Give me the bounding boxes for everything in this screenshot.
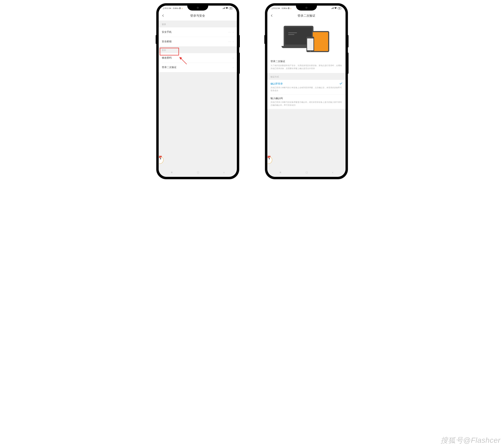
side-button <box>239 53 240 74</box>
back-button[interactable] <box>267 14 276 18</box>
side-button <box>348 35 348 47</box>
content: 登录二次验证 为了保护您的数据和资产安全，当系统发现您在新设备、新地点进行登录时… <box>267 20 345 168</box>
option-title: 输入确认码 <box>270 97 342 100</box>
chevron-right-icon: › <box>233 31 234 34</box>
header: 登录与安全 <box>159 11 237 20</box>
screen: 上午11:54 | 0.0K/s ↓ ⧖ 85 登录二次验证 <box>267 6 345 177</box>
devices-illustration <box>267 20 345 57</box>
battery-level: 85 <box>229 7 233 9</box>
signal-icon <box>331 7 334 9</box>
item-value: ····· <box>228 40 231 43</box>
mascot-peek <box>268 156 273 165</box>
check-icon <box>340 82 342 85</box>
page-title: 登录二次验证 <box>267 14 345 18</box>
item-security-email[interactable]: 安全邮箱 ····· › <box>159 37 237 46</box>
status-time: 上午11:54 <box>162 7 171 10</box>
chevron-right-icon: › <box>233 66 234 69</box>
nav-bar: ≡ □ ‹ <box>159 168 237 177</box>
item-label: 安全手机 <box>162 31 172 34</box>
signal-icon <box>222 7 225 9</box>
nav-back[interactable]: ‹ <box>332 171 333 174</box>
option-desc: 其他已登录小米帐号的设备弹窗显示确认码，请在未登录设备上显示的输入框中填写正确的… <box>270 101 342 107</box>
nav-home[interactable]: □ <box>306 171 308 174</box>
option-desc: 其他已登录小米帐号的小米设备上会收到登录弹窗，点击确认后，未登录的设备即可登录成… <box>270 86 342 92</box>
status-net: 0.6K/s <box>173 7 179 9</box>
content: 登录 安全手机 ····· › 安全邮箱 ····· › 安全 修改密码 <box>159 20 237 168</box>
notch <box>187 6 208 11</box>
item-label: 修改密码 <box>162 56 172 59</box>
section-login: 登录 <box>159 20 237 27</box>
side-button <box>348 53 348 74</box>
download-icon: ↓ <box>288 7 289 9</box>
chevron-right-icon: › <box>233 56 234 59</box>
phone-right: 上午11:54 | 0.0K/s ↓ ⧖ 85 登录二次验证 <box>265 3 348 179</box>
side-button <box>239 35 240 47</box>
item-two-factor[interactable]: 登录二次验证 › <box>159 63 237 72</box>
notch <box>296 6 317 11</box>
status-time: 上午11:54 <box>271 7 280 10</box>
chevron-right-icon: › <box>233 40 234 43</box>
hourglass-icon: ⧖ <box>181 7 183 9</box>
info-title: 登录二次验证 <box>270 60 342 63</box>
download-icon: ↓ <box>179 7 181 9</box>
hourglass-icon: ⧖ <box>290 7 291 9</box>
item-label: 登录二次验证 <box>162 66 177 69</box>
item-change-password[interactable]: 修改密码 › <box>159 53 237 63</box>
side-button <box>264 35 265 44</box>
battery-level: 85 <box>338 7 342 9</box>
screen: 上午11:54 | 0.6K/s ↓ ⧖ 85 登录与安全 <box>159 6 237 177</box>
info-desc: 为了保护您的数据和资产安全，当系统发现您在新设备、新地点进行登录时，会通知其他已… <box>270 64 342 70</box>
page-title: 登录与安全 <box>159 14 237 18</box>
header: 登录二次验证 <box>267 11 345 20</box>
mascot-peek <box>159 156 165 165</box>
status-net: 0.0K/s <box>282 7 287 9</box>
nav-menu[interactable]: ≡ <box>280 171 281 174</box>
side-button <box>156 35 157 44</box>
nav-bar: ≡ □ ‹ <box>267 168 345 177</box>
section-security: 安全 <box>159 46 237 53</box>
wifi-icon <box>226 7 228 9</box>
option-enter-code[interactable]: 输入确认码 其他已登录小米帐号的设备弹窗显示确认码，请在未登录设备上显示的输入框… <box>267 94 345 109</box>
section-method: 验证方式 <box>267 73 345 80</box>
wifi-icon <box>334 7 337 9</box>
nav-back[interactable]: ‹ <box>223 171 224 174</box>
phone-left: 上午11:54 | 0.6K/s ↓ ⧖ 85 登录与安全 <box>157 3 239 179</box>
back-button[interactable] <box>159 14 167 18</box>
option-confirm-login[interactable]: 确认即登录 其他已登录小米帐号的小米设备上会收到登录弹窗，点击确认后，未登录的设… <box>267 80 345 94</box>
nav-home[interactable]: □ <box>197 171 199 174</box>
option-title: 确认即登录 <box>270 82 342 85</box>
nav-menu[interactable]: ≡ <box>171 171 173 174</box>
item-value: ····· <box>228 31 231 33</box>
item-label: 安全邮箱 <box>162 40 172 43</box>
item-security-phone[interactable]: 安全手机 ····· › <box>159 27 237 37</box>
info-two-factor: 登录二次验证 为了保护您的数据和资产安全，当系统发现您在新设备、新地点进行登录时… <box>267 57 345 73</box>
